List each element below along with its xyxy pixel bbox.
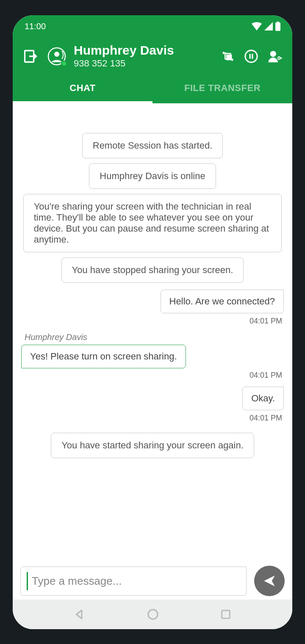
svg-rect-1	[277, 22, 279, 23]
contact-name: Humphrey Davis	[74, 43, 214, 57]
pause-icon[interactable]	[244, 49, 258, 64]
status-icons	[252, 22, 280, 31]
message-time: 04:01 PM	[250, 317, 282, 326]
system-message: You have started sharing your screen aga…	[51, 433, 254, 458]
message-time: 04:01 PM	[41, 371, 282, 380]
svg-point-4	[54, 52, 59, 57]
android-nav-bar	[13, 600, 292, 629]
message-bubble: Yes! Please turn on screen sharing.	[21, 345, 186, 368]
svg-point-7	[245, 50, 257, 62]
svg-point-13	[148, 610, 158, 619]
session-id: 938 352 135	[74, 58, 214, 69]
app-bar: Humphrey Davis 938 352 135	[13, 37, 292, 74]
system-message: You're sharing your screen with the tech…	[23, 194, 282, 252]
send-button[interactable]	[254, 566, 285, 596]
presence-indicator	[61, 61, 67, 66]
chat-area[interactable]: Remote Session has started. Humphrey Dav…	[13, 122, 292, 566]
system-message: Remote Session has started.	[82, 133, 223, 158]
input-bar: Type a message...	[20, 566, 285, 596]
outgoing-message: Okay. 04:01 PM	[21, 387, 284, 423]
exit-icon[interactable]	[23, 49, 38, 64]
recents-icon[interactable]	[220, 608, 232, 620]
message-time: 04:01 PM	[250, 414, 282, 423]
message-placeholder: Type a message...	[32, 575, 122, 587]
tab-file-transfer[interactable]: FILE TRANSFER	[152, 74, 292, 103]
battery-icon	[275, 22, 280, 31]
title-block: Humphrey Davis 938 352 135	[74, 43, 214, 69]
home-icon[interactable]	[147, 608, 159, 621]
system-message: You have stopped sharing your screen.	[61, 257, 244, 283]
tabs: CHAT FILE TRANSFER	[13, 74, 292, 103]
svg-point-11	[278, 57, 280, 59]
status-bar: 11:00	[13, 15, 292, 37]
outgoing-message: Hello. Are we connected? 04:01 PM	[21, 290, 284, 326]
signal-icon	[264, 22, 273, 30]
system-message: Humphrey Davis is online	[89, 163, 216, 189]
svg-rect-6	[226, 55, 232, 60]
tab-chat[interactable]: CHAT	[13, 74, 152, 103]
wifi-icon	[252, 22, 262, 30]
svg-rect-14	[222, 611, 230, 619]
svg-rect-0	[275, 22, 280, 31]
message-bubble: Hello. Are we connected?	[161, 290, 284, 313]
swap-screen-icon[interactable]	[221, 50, 235, 63]
avatar[interactable]	[47, 47, 66, 66]
clock: 11:00	[25, 22, 46, 31]
phone-frame: 11:00 Humphrey Davis 938 352 135 CHAT F	[9, 12, 296, 633]
message-input[interactable]: Type a message...	[20, 567, 247, 596]
message-bubble: Okay.	[242, 387, 284, 410]
send-icon	[262, 574, 277, 588]
sender-name: Humphrey Davis	[25, 332, 87, 342]
user-key-icon[interactable]	[268, 50, 282, 63]
incoming-message: Humphrey Davis Yes! Please turn on scree…	[21, 332, 284, 380]
svg-point-10	[270, 51, 276, 57]
back-icon[interactable]	[73, 608, 86, 621]
